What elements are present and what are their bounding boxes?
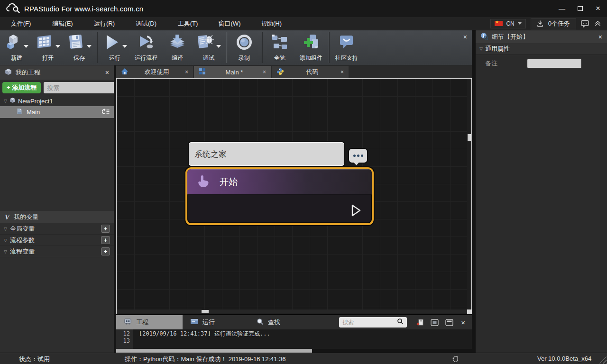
tab-code-close-icon[interactable]: × (340, 69, 344, 75)
tree-project-node[interactable]: ▽ NewProject1 (0, 96, 114, 106)
menu-help[interactable]: 帮助(H) (250, 17, 292, 30)
menu-tools[interactable]: 工具(T) (167, 17, 209, 30)
project-panel-header: 我的工程 × (0, 65, 114, 80)
project-panel-title: 我的工程 (16, 68, 40, 77)
minimize-button[interactable]: — (553, 0, 571, 17)
menu-run[interactable]: 运行(R) (83, 17, 125, 30)
dot-icon (357, 155, 359, 157)
tab-code[interactable]: 代码 × (272, 66, 349, 78)
save-floppy-icon (67, 33, 85, 53)
caret-down-icon[interactable]: ▽ (4, 249, 7, 254)
canvas-vertical-scrollbar[interactable] (467, 79, 471, 309)
run-flow-button[interactable]: 运行流程 (130, 30, 162, 65)
find-magnifier-icon (257, 318, 264, 327)
close-button[interactable]: × (589, 0, 607, 17)
new-dropdown-icon[interactable] (24, 45, 28, 48)
save-dropdown-icon[interactable] (87, 45, 92, 48)
output-panel-close-button[interactable]: × (461, 318, 465, 327)
record-button[interactable]: 录制 (229, 30, 260, 65)
maximize-panel-button[interactable] (444, 318, 454, 327)
flow-variables-row[interactable]: ▽ 流程变量 + (0, 246, 114, 257)
download-icon (537, 20, 543, 27)
debug-dropdown-icon[interactable] (216, 45, 221, 48)
tab-welcome[interactable]: 欢迎使用 × (116, 66, 193, 78)
language-selector[interactable]: ★ CN (490, 19, 525, 28)
output-tab-run-label: 运行 (202, 318, 215, 327)
right-splitter[interactable] (472, 30, 476, 353)
start-node-body (187, 195, 372, 223)
tab-code-label: 代码 (284, 68, 340, 76)
community-bubble-icon (338, 33, 356, 53)
details-panel-title: 细节【开始】 (492, 33, 529, 41)
overview-button[interactable]: 全览 (264, 30, 295, 65)
details-panel-close-button[interactable]: × (598, 33, 602, 41)
resize-grip[interactable] (599, 356, 607, 364)
variables-panel-header: V 我的变量 (0, 211, 114, 223)
save-button[interactable]: 保存 (64, 30, 95, 65)
new-button[interactable]: 新建 (1, 30, 32, 65)
menu-edit[interactable]: 编辑(E) (42, 17, 83, 30)
clear-log-button[interactable] (414, 318, 425, 327)
scroll-lock-button[interactable] (429, 318, 440, 327)
search-icon (397, 318, 404, 327)
new-cube-icon (5, 33, 22, 53)
start-node[interactable]: 开始 (185, 167, 374, 225)
project-panel-close-button[interactable]: × (105, 69, 109, 76)
community-support-button[interactable]: 社区支持 (331, 30, 362, 65)
open-dropdown-icon[interactable] (55, 45, 60, 48)
log-line: [2019/09/16 12:41:37] 运行语法验证完成... (139, 330, 472, 337)
run-dropdown-icon[interactable] (122, 45, 127, 48)
log-area[interactable]: 1213 [2019/09/16 12:41:37] 运行语法验证完成... (116, 329, 472, 349)
add-flow-variable-button[interactable]: + (101, 247, 110, 255)
project-cube-icon (9, 97, 16, 105)
tab-main[interactable]: Main * × (194, 66, 271, 78)
menu-window[interactable]: 窗口(W) (209, 17, 250, 30)
menu-debug[interactable]: 调试(D) (125, 17, 167, 30)
compile-button[interactable]: 编译 (162, 30, 193, 65)
maximize-button[interactable] (571, 0, 589, 17)
toolbar-close-button[interactable]: × (463, 33, 467, 41)
horizontal-scrollbar-thumb[interactable] (202, 310, 209, 313)
tasks-indicator[interactable]: 0个任务 (531, 18, 576, 29)
app-logo-cloud-search-icon (6, 3, 20, 14)
tab-main-close-icon[interactable]: × (263, 69, 266, 75)
tree-flow-node-selected[interactable]: Main (0, 106, 114, 118)
output-tab-find[interactable]: 查找 (249, 315, 315, 329)
dot-icon (361, 155, 363, 157)
log-scrollbar-thumb[interactable] (116, 349, 312, 353)
project-tree: ▽ NewProject1 Main (0, 96, 114, 118)
remark-input[interactable] (527, 59, 582, 68)
tab-welcome-close-icon[interactable]: × (185, 69, 188, 75)
add-flow-param-button[interactable]: + (101, 236, 110, 244)
caret-down-icon[interactable]: ▽ (4, 99, 7, 103)
log-search-input[interactable] (342, 319, 395, 326)
open-button[interactable]: 打开 (32, 30, 64, 65)
node-play-icon[interactable] (349, 203, 362, 219)
comment-text-box[interactable]: 系统之家 (189, 142, 344, 166)
canvas-horizontal-scrollbar[interactable] (117, 309, 467, 314)
add-global-variable-button[interactable]: + (101, 225, 110, 233)
output-tab-project[interactable]: 工程 (116, 315, 183, 329)
vertical-scrollbar-thumb[interactable] (468, 134, 471, 141)
flow-config-icon[interactable] (102, 108, 110, 117)
flow-variables-label: 流程变量 (10, 247, 35, 256)
log-horizontal-scrollbar[interactable] (116, 349, 472, 353)
feedback-bubble-icon[interactable] (581, 20, 589, 27)
menu-file[interactable]: 文件(F) (0, 17, 42, 30)
output-tab-run[interactable]: 运行 (183, 315, 249, 329)
global-variables-row[interactable]: ▽ 全局变量 + (0, 223, 114, 235)
caret-down-icon[interactable]: ▽ (479, 46, 483, 51)
add-flow-button[interactable]: + 添加流程 (2, 82, 41, 93)
flow-params-row[interactable]: ▽ 流程参数 + (0, 235, 114, 246)
debug-button[interactable]: 调试 (193, 30, 224, 65)
caret-down-icon[interactable]: ▽ (4, 238, 7, 243)
general-properties-section[interactable]: ▽ 通用属性 (476, 43, 607, 55)
add-component-button[interactable]: 添加组件 (295, 30, 327, 65)
log-search-box[interactable] (339, 317, 407, 328)
flow-canvas[interactable]: 系统之家 开始 (116, 78, 472, 314)
pan-hand-icon[interactable] (452, 355, 459, 364)
caret-down-icon[interactable]: ▽ (4, 227, 7, 231)
collapse-toolbar-icon[interactable] (594, 20, 601, 27)
comment-more-button[interactable] (349, 149, 367, 163)
run-button[interactable]: 运行 (99, 30, 130, 65)
